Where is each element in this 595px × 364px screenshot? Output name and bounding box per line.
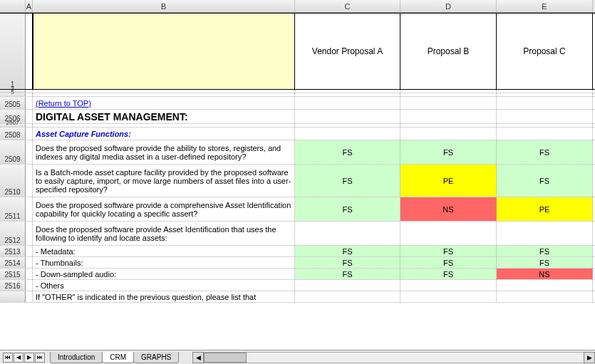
val-2511-c[interactable]: FS: [295, 197, 400, 221]
row-header-2505[interactable]: 2505: [0, 97, 26, 109]
row-header-2509[interactable]: 2509: [0, 140, 26, 164]
val-2511-e[interactable]: PE: [497, 197, 593, 221]
scroll-right-icon[interactable]: ▶: [584, 352, 595, 363]
grid: 1 Vendor Proposal A Proposal B Proposal …: [0, 13, 595, 303]
row-2517: If "OTHER" is indicated in the previous …: [0, 291, 595, 303]
val-2509-c[interactable]: FS: [295, 140, 400, 164]
row-header-2517[interactable]: [0, 291, 26, 302]
row-header-2511[interactable]: 2511: [0, 197, 26, 221]
question-2512[interactable]: Does the proposed software provide Asset…: [33, 222, 295, 245]
row-header-2507[interactable]: 2507: [0, 124, 26, 127]
row-header-1[interactable]: 1: [0, 14, 26, 89]
val-2510-c[interactable]: FS: [295, 165, 400, 197]
row-header-2514[interactable]: 2514: [0, 257, 26, 268]
question-2515[interactable]: - Down-sampled audio:: [33, 269, 295, 279]
tab-next-icon[interactable]: ▶: [24, 353, 34, 363]
return-to-top-cell[interactable]: (Return to TOP): [33, 97, 295, 109]
tab-nav: ⏮ ◀ ▶ ⏭: [0, 353, 46, 363]
sheet-tabs: Introduction CRM GRAPHS: [50, 352, 178, 363]
scroll-thumb[interactable]: [204, 353, 247, 363]
col-header-b[interactable]: B: [33, 0, 295, 12]
row-2515: 2515 - Down-sampled audio: FS FS NS: [0, 269, 595, 280]
row-header-2513[interactable]: 2513: [0, 246, 26, 256]
val-2509-d[interactable]: FS: [400, 140, 497, 164]
val-2515-e[interactable]: NS: [497, 269, 593, 279]
val-2510-d[interactable]: PE: [400, 165, 497, 197]
row-header-2515[interactable]: 2515: [0, 269, 26, 279]
question-2510[interactable]: Is a Batch-mode asset capture facility p…: [33, 165, 295, 197]
row-header-2516[interactable]: 2516: [0, 280, 26, 291]
question-2509[interactable]: Does the proposed software provide the a…: [33, 140, 295, 164]
return-to-top-link[interactable]: (Return to TOP): [36, 99, 91, 108]
col-header-e[interactable]: E: [497, 0, 593, 12]
col-header-a[interactable]: A: [26, 0, 33, 12]
val-2509-e[interactable]: FS: [497, 140, 593, 164]
header-row: 1 Vendor Proposal A Proposal B Proposal …: [0, 13, 595, 90]
val-2515-d[interactable]: FS: [400, 269, 497, 279]
question-2517[interactable]: If "OTHER" is indicated in the previous …: [33, 291, 295, 302]
question-2513[interactable]: - Metadata:: [33, 246, 295, 256]
row-2510: 2510 Is a Batch-mode asset capture facil…: [0, 165, 595, 197]
tab-introduction[interactable]: Introduction: [50, 352, 103, 363]
val-2514-e[interactable]: FS: [497, 257, 593, 268]
row-header-5[interactable]: 5: [0, 93, 26, 96]
tab-last-icon[interactable]: ⏭: [35, 353, 45, 363]
row-header-2508[interactable]: 2508: [0, 128, 26, 140]
row-header-2512[interactable]: 2512: [0, 222, 26, 245]
row-2505: 2505 (Return to TOP): [0, 97, 595, 110]
subsection-title[interactable]: Asset Capture Functions:: [33, 128, 295, 140]
scroll-left-icon[interactable]: ◀: [192, 352, 204, 363]
tab-prev-icon[interactable]: ◀: [14, 353, 24, 363]
scroll-track[interactable]: [204, 352, 584, 363]
row-2514: 2514 - Thumbnails: FS FS FS: [0, 257, 595, 269]
val-2514-c[interactable]: FS: [295, 257, 400, 268]
select-all-corner[interactable]: [0, 0, 26, 12]
cell-c1[interactable]: Vendor Proposal A: [295, 14, 400, 89]
column-headers: A B C D E: [0, 0, 595, 13]
row-2512: 2512 Does the proposed software provide …: [0, 222, 595, 246]
spreadsheet: A B C D E 1 Vendor Proposal A Proposal B…: [0, 0, 595, 364]
row-2509: 2509 Does the proposed software provide …: [0, 140, 595, 165]
val-2514-d[interactable]: FS: [400, 257, 497, 268]
section-title[interactable]: DIGITAL ASSET MANAGEMENT:: [33, 110, 295, 123]
val-2513-d[interactable]: FS: [400, 246, 497, 256]
horizontal-scrollbar[interactable]: ◀ ▶: [192, 352, 595, 363]
row-2513: 2513 - Metadata: FS FS FS: [0, 246, 595, 257]
row-2516: 2516 - Others: [0, 280, 595, 291]
tab-bar: ⏮ ◀ ▶ ⏭ Introduction CRM GRAPHS ◀ ▶: [0, 350, 595, 364]
cell-a1[interactable]: [26, 14, 33, 89]
row-2508: 2508 Asset Capture Functions:: [0, 128, 595, 140]
val-2513-c[interactable]: FS: [295, 246, 400, 256]
col-header-d[interactable]: D: [400, 0, 497, 12]
val-2510-e[interactable]: FS: [497, 165, 593, 197]
row-header-2510[interactable]: 2510: [0, 165, 26, 197]
val-2513-e[interactable]: FS: [497, 246, 593, 256]
cell-e1[interactable]: Proposal C: [497, 14, 593, 89]
row-2511: 2511 Does the proposed software provide …: [0, 197, 595, 222]
col-header-c[interactable]: C: [295, 0, 400, 12]
cell-d1[interactable]: Proposal B: [400, 14, 497, 89]
val-2515-c[interactable]: FS: [295, 269, 400, 279]
val-2511-d[interactable]: NS: [400, 197, 497, 221]
tab-first-icon[interactable]: ⏮: [3, 353, 13, 363]
question-2511[interactable]: Does the proposed software provide a com…: [33, 197, 295, 221]
question-2514[interactable]: - Thumbnails:: [33, 257, 295, 268]
tab-graphs[interactable]: GRAPHS: [133, 352, 179, 363]
tab-crm[interactable]: CRM: [102, 352, 134, 363]
question-2516[interactable]: - Others: [33, 280, 295, 291]
cell-b1[interactable]: [33, 14, 295, 89]
row-2506: 2506 DIGITAL ASSET MANAGEMENT:: [0, 110, 595, 124]
